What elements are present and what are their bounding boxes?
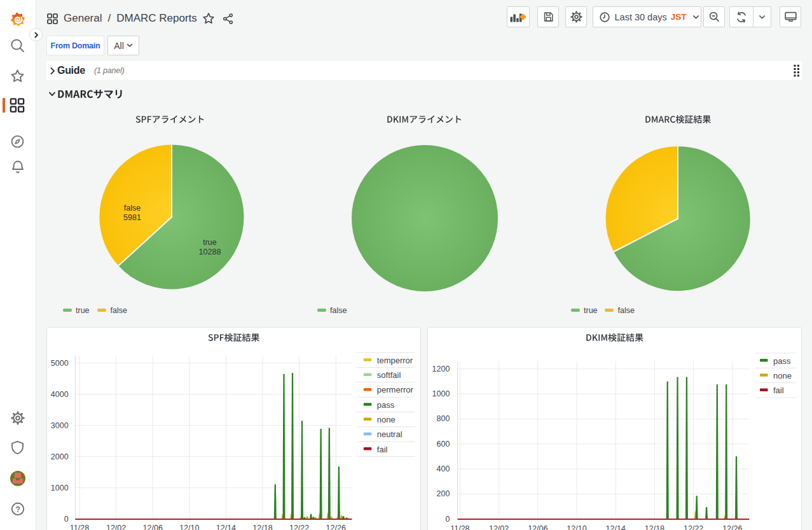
svg-text:pass: pass — [773, 356, 791, 366]
svg-text:12/22: 12/22 — [289, 524, 309, 530]
svg-text:0: 0 — [64, 515, 69, 524]
svg-text:1000: 1000 — [432, 389, 450, 398]
svg-text:true: true — [203, 238, 217, 247]
svg-text:11/28: 11/28 — [70, 524, 89, 530]
svg-text:12/22: 12/22 — [684, 524, 703, 530]
svg-text:pass: pass — [377, 400, 395, 410]
svg-text:600: 600 — [437, 440, 450, 449]
svg-text:3000: 3000 — [51, 421, 69, 430]
svg-text:5981: 5981 — [123, 213, 141, 222]
svg-text:12/26: 12/26 — [326, 524, 346, 530]
svg-text:11/28: 11/28 — [450, 524, 469, 530]
svg-text:200: 200 — [437, 489, 450, 498]
svg-text:12/10: 12/10 — [179, 524, 199, 530]
svg-text:12/18: 12/18 — [252, 524, 272, 530]
svg-text:10288: 10288 — [199, 248, 221, 256]
svg-text:temperror: temperror — [377, 356, 413, 365]
svg-text:1200: 1200 — [432, 365, 450, 373]
svg-text:12/06: 12/06 — [143, 524, 163, 530]
svg-text:permerror: permerror — [377, 385, 414, 394]
svg-text:4000: 4000 — [51, 390, 69, 399]
svg-text:12/14: 12/14 — [606, 524, 626, 530]
svg-text:12/06: 12/06 — [528, 524, 547, 530]
svg-text:0: 0 — [445, 515, 450, 524]
svg-text:1000: 1000 — [51, 484, 69, 492]
svg-text:none: none — [377, 415, 396, 424]
svg-text:400: 400 — [437, 464, 450, 473]
svg-text:neutral: neutral — [377, 429, 403, 439]
svg-text:2000: 2000 — [51, 452, 69, 461]
svg-text:5000: 5000 — [51, 359, 69, 368]
svg-text:12/02: 12/02 — [489, 524, 509, 530]
svg-text:fail: fail — [773, 386, 784, 395]
svg-text:12/14: 12/14 — [216, 524, 236, 530]
svg-text:12/02: 12/02 — [106, 524, 126, 530]
svg-text:12/26: 12/26 — [722, 524, 742, 530]
svg-text:?: ? — [15, 505, 20, 514]
svg-text:softfail: softfail — [377, 370, 401, 380]
svg-text:12/18: 12/18 — [645, 524, 664, 530]
svg-text:fail: fail — [377, 445, 388, 454]
svg-text:false: false — [124, 204, 141, 213]
svg-text:800: 800 — [437, 414, 450, 423]
svg-text:12/10: 12/10 — [567, 524, 586, 530]
svg-text:none: none — [773, 371, 792, 380]
